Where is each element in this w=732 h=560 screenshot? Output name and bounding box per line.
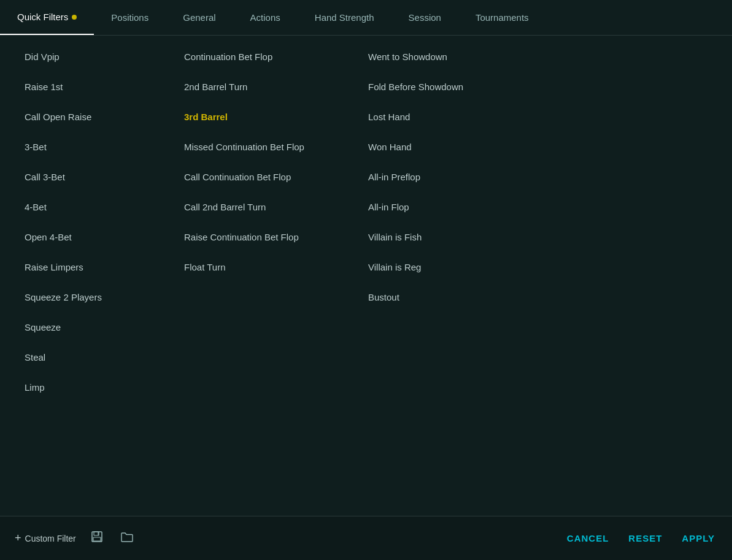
tab-session[interactable]: Session	[391, 0, 458, 35]
filter-item-raise-1st[interactable]: Raise 1st	[18, 72, 178, 102]
tab-bar: Quick FiltersPositionsGeneralActionsHand…	[0, 0, 732, 36]
tab-label-positions: Positions	[111, 12, 148, 23]
tab-positions[interactable]: Positions	[94, 0, 166, 35]
filter-item-3-bet[interactable]: 3-Bet	[18, 132, 178, 162]
filter-grid: Did VpipRaise 1stCall Open Raise3-BetCal…	[18, 42, 714, 402]
filter-item-open-4-bet[interactable]: Open 4-Bet	[18, 222, 178, 252]
filter-item-continuation-bet-flop[interactable]: Continuation Bet Flop	[178, 42, 362, 72]
filter-item-steal[interactable]: Steal	[18, 342, 178, 372]
apply-button[interactable]: APPLY	[679, 528, 717, 548]
tab-hand-strength[interactable]: Hand Strength	[298, 0, 391, 35]
tab-actions[interactable]: Actions	[233, 0, 298, 35]
tab-label-session: Session	[409, 12, 441, 23]
footer: + Custom Filter CANCEL RESET APPLY	[0, 516, 732, 560]
filter-item-2nd-barrel-turn[interactable]: 2nd Barrel Turn	[178, 72, 362, 102]
save-icon[interactable]	[88, 528, 106, 548]
filter-item-squeeze[interactable]: Squeeze	[18, 312, 178, 342]
load-icon[interactable]	[118, 528, 136, 548]
filter-item-missed-continuation-bet-flop[interactable]: Missed Continuation Bet Flop	[178, 132, 362, 162]
filter-item-call-continuation-bet-flop[interactable]: Call Continuation Bet Flop	[178, 162, 362, 192]
filter-item-villain-is-reg[interactable]: Villain is Reg	[362, 252, 534, 282]
filter-item-went-to-showdown[interactable]: Went to Showdown	[362, 42, 534, 72]
tab-tournaments[interactable]: Tournaments	[458, 0, 546, 35]
footer-left: + Custom Filter	[15, 528, 564, 548]
filter-item-did-vpip[interactable]: Did Vpip	[18, 42, 178, 72]
tab-label-general: General	[183, 12, 215, 23]
plus-icon: +	[15, 532, 21, 545]
custom-filter-label: Custom Filter	[25, 534, 76, 543]
filter-item-villain-is-fish[interactable]: Villain is Fish	[362, 222, 534, 252]
filter-item-raise-limpers[interactable]: Raise Limpers	[18, 252, 178, 282]
filter-item-fold-before-showdown[interactable]: Fold Before Showdown	[362, 72, 534, 102]
main-content: Did VpipRaise 1stCall Open Raise3-BetCal…	[0, 36, 732, 516]
filter-item-float-turn[interactable]: Float Turn	[178, 252, 362, 282]
tab-general[interactable]: General	[166, 0, 233, 35]
filter-item-won-hand[interactable]: Won Hand	[362, 132, 534, 162]
filter-item-raise-continuation-bet-flop[interactable]: Raise Continuation Bet Flop	[178, 222, 362, 252]
filter-item-3rd-barrel[interactable]: 3rd Barrel	[178, 102, 362, 132]
tab-label-hand-strength: Hand Strength	[315, 12, 374, 23]
filter-column-col2: Continuation Bet Flop2nd Barrel Turn3rd …	[178, 42, 362, 402]
filter-item-limp[interactable]: Limp	[18, 372, 178, 402]
filter-item-lost-hand[interactable]: Lost Hand	[362, 102, 534, 132]
filter-item-bustout[interactable]: Bustout	[362, 282, 534, 312]
filter-item-squeeze-2-players[interactable]: Squeeze 2 Players	[18, 282, 178, 312]
footer-right: CANCEL RESET APPLY	[564, 528, 717, 548]
filter-column-col1: Did VpipRaise 1stCall Open Raise3-BetCal…	[18, 42, 178, 402]
reset-button[interactable]: RESET	[626, 528, 665, 548]
tab-quick-filters[interactable]: Quick Filters	[0, 0, 94, 35]
filter-item-call-2nd-barrel-turn[interactable]: Call 2nd Barrel Turn	[178, 192, 362, 222]
filter-item-all-in-preflop[interactable]: All-in Preflop	[362, 162, 534, 192]
filter-item-call-open-raise[interactable]: Call Open Raise	[18, 102, 178, 132]
filter-item-call-3-bet[interactable]: Call 3-Bet	[18, 162, 178, 192]
filter-column-col3: Went to ShowdownFold Before ShowdownLost…	[362, 42, 534, 402]
svg-rect-2	[93, 537, 101, 541]
tab-dot-quick-filters	[72, 15, 77, 20]
filter-item-all-in-flop[interactable]: All-in Flop	[362, 192, 534, 222]
tab-label-tournaments: Tournaments	[476, 12, 529, 23]
custom-filter-button[interactable]: + Custom Filter	[15, 532, 76, 545]
tab-label-actions: Actions	[250, 12, 280, 23]
cancel-button[interactable]: CANCEL	[564, 528, 612, 548]
tab-label-quick-filters: Quick Filters	[17, 12, 68, 22]
filter-item-4-bet[interactable]: 4-Bet	[18, 192, 178, 222]
